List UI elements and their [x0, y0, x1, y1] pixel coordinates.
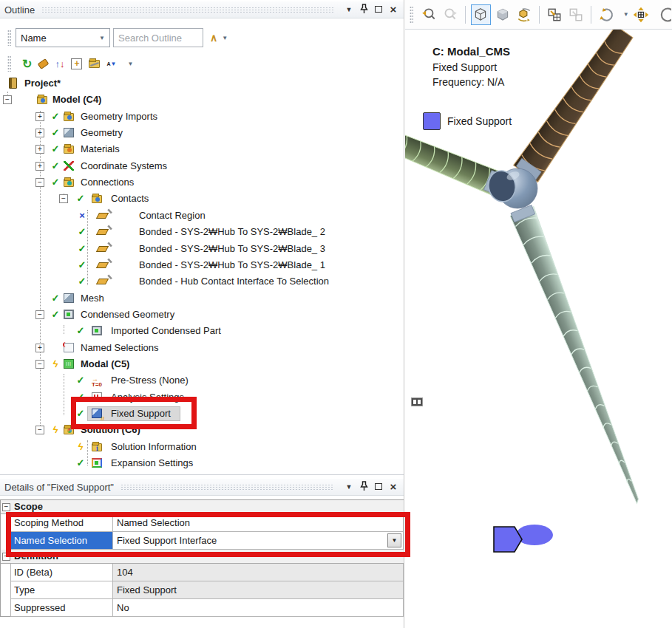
outline-title: Outline	[4, 4, 35, 16]
tree-item-contacts[interactable]: −✓Contacts	[0, 191, 404, 207]
tree-item-bonded-hub-contact-interface-to-selection[interactable]: ✓Bonded - Hub Contact Interface To Selec…	[0, 273, 404, 290]
toolbar-grip[interactable]	[410, 6, 413, 24]
bolt-status-icon: ϟ	[50, 355, 62, 373]
panel-divider	[404, 0, 404, 628]
minus-expander-icon[interactable]: −	[35, 426, 44, 434]
plus-expander-icon[interactable]: +	[35, 129, 44, 137]
check-status-icon: ✓	[77, 257, 87, 273]
toolbar-options-caret-icon[interactable]: ▼	[127, 61, 133, 67]
tree-item-label: Bonded - Hub Contact Interface To Select…	[139, 273, 329, 290]
refresh-icon[interactable]: ↻	[22, 56, 32, 71]
close-icon[interactable]: ×	[387, 4, 399, 15]
check-status-icon: ✓	[77, 224, 87, 240]
pin-icon[interactable]	[358, 481, 370, 493]
close-icon[interactable]: ×	[387, 482, 399, 492]
tree-item-bonded-sys-2-hub-to-sys-2-blade-3[interactable]: ✓Bonded - SYS-2₩Hub To SYS-2₩Blade_ 3	[0, 241, 404, 257]
maximize-icon[interactable]	[373, 6, 384, 14]
field-value[interactable]: No	[113, 599, 404, 617]
tree-item-solution-c6[interactable]: −ϟSolution (C6)	[0, 422, 404, 438]
tree-item-condensed-geometry[interactable]: −✓Condensed Geometry	[0, 307, 404, 323]
geometry-icon	[64, 128, 74, 137]
minus-expander-icon[interactable]: −	[35, 360, 44, 369]
tree-item-coordinate-systems[interactable]: +✓Coordinate Systems	[0, 158, 404, 174]
condensed-geometry-icon	[64, 310, 74, 319]
tree-item-analysis-settings[interactable]: ✓Analysis Settings	[0, 389, 404, 406]
tree-item-solution-information[interactable]: ϟSolution Information	[0, 439, 404, 455]
plus-expander-icon[interactable]: +	[35, 162, 44, 171]
search-options-caret-icon[interactable]: ▼	[222, 35, 228, 41]
field-value[interactable]: Fixed Support Interface▼	[113, 532, 404, 550]
minus-expander-icon[interactable]: −	[3, 95, 12, 104]
turbine-blade-brown[interactable]	[514, 30, 637, 182]
toolbar-grip[interactable]	[7, 55, 11, 72]
tree-item-geometry[interactable]: +✓Geometry	[0, 125, 404, 141]
edge-circle-tool-icon[interactable]	[653, 4, 672, 25]
details-row-suppressed[interactable]: SuppressedNo	[1, 599, 404, 617]
tree-item-model-c4[interactable]: −Model (C4)	[0, 92, 404, 108]
split-viewport-icon[interactable]	[545, 4, 564, 25]
details-row-id-beta[interactable]: ID (Beta)104	[1, 564, 404, 581]
tree-item-contact-region[interactable]: ×Contact Region	[0, 208, 404, 224]
expand-all-icon[interactable]: +	[71, 56, 82, 71]
tree-item-imported-condensed-part[interactable]: ✓Imported Condensed Part	[0, 323, 404, 339]
minus-expander-icon[interactable]: −	[59, 194, 68, 203]
show-hidden-folder-icon[interactable]	[89, 56, 100, 71]
details-row-named-selection[interactable]: Named SelectionFixed Support Interface▼	[1, 532, 404, 550]
minus-expander-icon[interactable]: −	[35, 178, 44, 187]
rotate-dropdown-caret[interactable]: ▼	[623, 11, 629, 18]
check-status-icon: ✓	[75, 372, 86, 389]
toolbar-grip[interactable]	[7, 30, 11, 46]
viewport-splitter-icon[interactable]	[411, 397, 423, 406]
tree-item-bonded-sys-2-hub-to-sys-2-blade-2[interactable]: ✓Bonded - SYS-2₩Hub To SYS-2₩Blade_ 2	[0, 224, 404, 240]
tree-item-project[interactable]: Project*	[0, 75, 404, 92]
turbine-blade-lower[interactable]	[509, 205, 649, 508]
collapse-section-icon[interactable]: −	[2, 553, 10, 561]
outline-menu-caret-icon[interactable]: ▼	[343, 6, 355, 13]
tree-item-pre-stress-none[interactable]: ✓T=0Pre-Stress (None)	[0, 372, 404, 389]
minus-expander-icon[interactable]: −	[35, 310, 44, 319]
filter-type-dropdown[interactable]: Name ▼	[16, 28, 110, 47]
field-value: 104	[113, 564, 404, 581]
details-section-definition[interactable]: −Definition	[1, 550, 404, 564]
tree-item-fixed-support[interactable]: ✓Fixed Support	[0, 406, 404, 422]
tree-item-materials[interactable]: +✓Materials	[0, 141, 404, 157]
collapse-search-button[interactable]: ∧	[210, 32, 217, 44]
plus-expander-icon[interactable]: +	[35, 145, 44, 154]
zoom-back-icon[interactable]	[419, 4, 438, 25]
plus-expander-icon[interactable]: +	[35, 112, 44, 121]
maximize-icon[interactable]	[373, 483, 384, 491]
rotate-tool-icon[interactable]	[597, 4, 616, 25]
check-status-icon: ✓	[75, 389, 86, 406]
turbine-hub[interactable]	[486, 168, 537, 208]
tree-item-mesh[interactable]: ✓Mesh	[0, 290, 404, 307]
tree-item-connections[interactable]: −✓Connections	[0, 174, 404, 191]
details-row-scoping-method[interactable]: Scoping MethodNamed Selection	[1, 514, 404, 532]
eraser-icon[interactable]	[38, 56, 48, 71]
tree-item-named-selections[interactable]: +Named Selections	[0, 340, 404, 356]
toolbar-separator	[539, 6, 540, 24]
collapse-section-icon[interactable]: −	[2, 503, 10, 511]
rotate-cube-icon[interactable]	[515, 4, 534, 25]
pin-icon[interactable]	[358, 4, 370, 16]
details-menu-caret-icon[interactable]: ▼	[343, 483, 355, 491]
tree-item-label: Contact Region	[139, 208, 206, 224]
tree-item-bonded-sys-2-hub-to-sys-2-blade-1[interactable]: ✓Bonded - SYS-2₩Hub To SYS-2₩Blade_ 1	[0, 257, 404, 273]
sort-updown-icon[interactable]: ↑↓	[55, 56, 64, 71]
close-viewport-icon[interactable]	[566, 4, 586, 25]
shaded-view-icon[interactable]	[493, 4, 512, 25]
search-input[interactable]	[113, 28, 203, 47]
turbine-blade-left[interactable]	[405, 129, 502, 195]
field-label: Type	[10, 581, 113, 599]
dropdown-button[interactable]: ▼	[387, 533, 401, 547]
sort-az-icon[interactable]: A▼	[106, 56, 116, 71]
plus-expander-icon[interactable]: +	[35, 344, 44, 352]
zoom-next-icon[interactable]	[441, 4, 460, 25]
details-row-type[interactable]: TypeFixed Support	[1, 581, 404, 599]
tree-item-modal-c5[interactable]: −ϟ|||Modal (C5)	[0, 356, 404, 372]
details-section-scope[interactable]: −Scope	[1, 500, 404, 514]
tree-item-geometry-imports[interactable]: +✓Geometry Imports	[0, 109, 404, 125]
iso-view-icon[interactable]	[471, 4, 490, 25]
pan-tool-icon[interactable]	[631, 4, 651, 25]
tree-item-expansion-settings[interactable]: ✓Expansion Settings	[0, 455, 404, 471]
field-value[interactable]: Named Selection	[113, 514, 404, 532]
